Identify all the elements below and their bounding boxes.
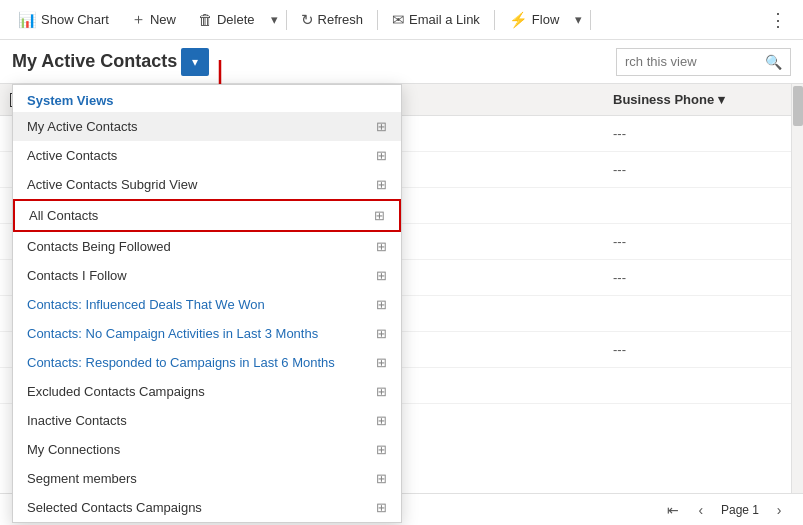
flow-button[interactable]: ⚡ Flow xyxy=(499,6,569,34)
pin-icon: ⊞ xyxy=(376,326,387,341)
scrollbar-thumb[interactable] xyxy=(793,86,803,126)
dropdown-item-contacts-i-follow[interactable]: Contacts I Follow ⊞ xyxy=(13,261,401,290)
flow-chevron[interactable]: ▾ xyxy=(571,7,586,32)
pin-icon: ⊞ xyxy=(376,239,387,254)
dropdown-item-selected-contacts-campaigns[interactable]: Selected Contacts Campaigns ⊞ xyxy=(13,493,401,522)
pin-icon: ⊞ xyxy=(376,413,387,428)
show-chart-button[interactable]: 📊 Show Chart xyxy=(8,6,119,34)
new-button[interactable]: ＋ New xyxy=(121,5,186,34)
plus-icon: ＋ xyxy=(131,10,146,29)
dropdown-item-contacts-being-followed[interactable]: Contacts Being Followed ⊞ xyxy=(13,232,401,261)
pin-icon: ⊞ xyxy=(376,471,387,486)
phone-sort-icon[interactable]: ▾ xyxy=(718,92,725,107)
dropdown-item-my-active-contacts[interactable]: My Active Contacts ⊞ xyxy=(13,112,401,141)
dropdown-item-excluded-contacts[interactable]: Excluded Contacts Campaigns ⊞ xyxy=(13,377,401,406)
separator-1 xyxy=(286,10,287,30)
dropdown-item-segment-members[interactable]: Segment members ⊞ xyxy=(13,464,401,493)
pin-icon: ⊞ xyxy=(376,355,387,370)
separator-3 xyxy=(494,10,495,30)
dropdown-item-my-connections[interactable]: My Connections ⊞ xyxy=(13,435,401,464)
pin-icon: ⊞ xyxy=(374,208,385,223)
pin-icon: ⊞ xyxy=(376,119,387,134)
dropdown-item-active-contacts[interactable]: Active Contacts ⊞ xyxy=(13,141,401,170)
dropdown-item-influenced-deals[interactable]: Contacts: Influenced Deals That We Won ⊞ xyxy=(13,290,401,319)
flow-icon: ⚡ xyxy=(509,11,528,29)
view-dropdown-chevron[interactable]: ▾ xyxy=(181,48,209,76)
search-icon[interactable]: 🔍 xyxy=(765,54,782,70)
toolbar: 📊 Show Chart ＋ New 🗑 Delete ▾ ↻ Refresh … xyxy=(0,0,803,40)
phone-column-header[interactable]: Business Phone ▾ xyxy=(613,92,793,107)
pin-icon: ⊞ xyxy=(376,148,387,163)
pin-icon: ⊞ xyxy=(376,297,387,312)
pin-icon: ⊞ xyxy=(376,268,387,283)
delete-chevron[interactable]: ▾ xyxy=(267,7,282,32)
email-link-button[interactable]: ✉ Email a Link xyxy=(382,6,490,34)
pin-icon: ⊞ xyxy=(376,177,387,192)
view-title: My Active Contacts xyxy=(12,51,177,72)
delete-icon: 🗑 xyxy=(198,11,213,28)
pin-icon: ⊞ xyxy=(376,384,387,399)
prev-page-button[interactable]: ‹ xyxy=(689,498,713,522)
delete-button[interactable]: 🗑 Delete xyxy=(188,6,265,33)
email-icon: ✉ xyxy=(392,11,405,29)
search-box: 🔍 xyxy=(616,48,791,76)
dropdown-item-all-contacts[interactable]: All Contacts ⊞ xyxy=(13,199,401,232)
dropdown-item-responded-campaigns[interactable]: Contacts: Responded to Campaigns in Last… xyxy=(13,348,401,377)
separator-2 xyxy=(377,10,378,30)
dropdown-item-no-campaign[interactable]: Contacts: No Campaign Activities in Last… xyxy=(13,319,401,348)
dropdown-item-inactive-contacts[interactable]: Inactive Contacts ⊞ xyxy=(13,406,401,435)
more-options-button[interactable]: ⋮ xyxy=(761,4,795,36)
scrollbar[interactable] xyxy=(791,84,803,493)
dropdown-panel: System Views My Active Contacts ⊞ Active… xyxy=(12,84,402,523)
pin-icon: ⊞ xyxy=(376,500,387,515)
footer-paging: ⇤ ‹ Page 1 › xyxy=(661,498,791,522)
dropdown-section-label: System Views xyxy=(13,85,401,112)
refresh-button[interactable]: ↻ Refresh xyxy=(291,6,374,34)
chart-icon: 📊 xyxy=(18,11,37,29)
next-page-button[interactable]: › xyxy=(767,498,791,522)
pin-icon: ⊞ xyxy=(376,442,387,457)
dropdown-item-active-contacts-subgrid[interactable]: Active Contacts Subgrid View ⊞ xyxy=(13,170,401,199)
list-header: My Active Contacts ▾ 🔍 xyxy=(0,40,803,84)
separator-4 xyxy=(590,10,591,30)
refresh-icon: ↻ xyxy=(301,11,314,29)
page-label: Page 1 xyxy=(717,503,763,517)
search-input[interactable] xyxy=(625,54,765,69)
first-page-button[interactable]: ⇤ xyxy=(661,498,685,522)
